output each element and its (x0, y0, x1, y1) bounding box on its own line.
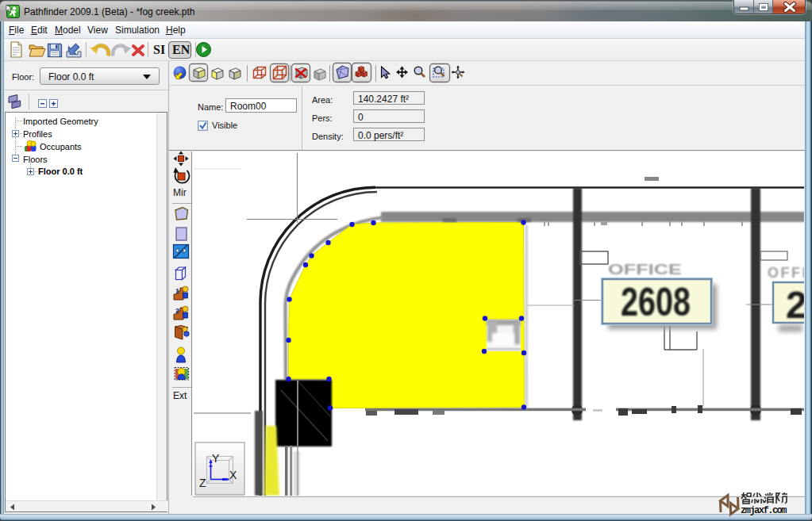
svg-text:1: 1 (175, 287, 179, 295)
svg-text:OFFI: OFFI (768, 265, 804, 281)
svg-text:2608: 2608 (621, 280, 691, 324)
svg-text:Y: Y (212, 452, 220, 465)
svg-text:2: 2 (175, 307, 179, 315)
svg-text:Z: Z (199, 477, 206, 489)
svg-text:OFFICE: OFFICE (608, 262, 682, 278)
svg-text:Mir: Mir (173, 187, 187, 198)
svg-text:SI: SI (153, 43, 165, 56)
svg-text:Ext: Ext (173, 390, 187, 401)
svg-text:X: X (229, 469, 237, 481)
svg-text:EN: EN (172, 43, 190, 56)
svg-text:2: 2 (786, 284, 804, 326)
